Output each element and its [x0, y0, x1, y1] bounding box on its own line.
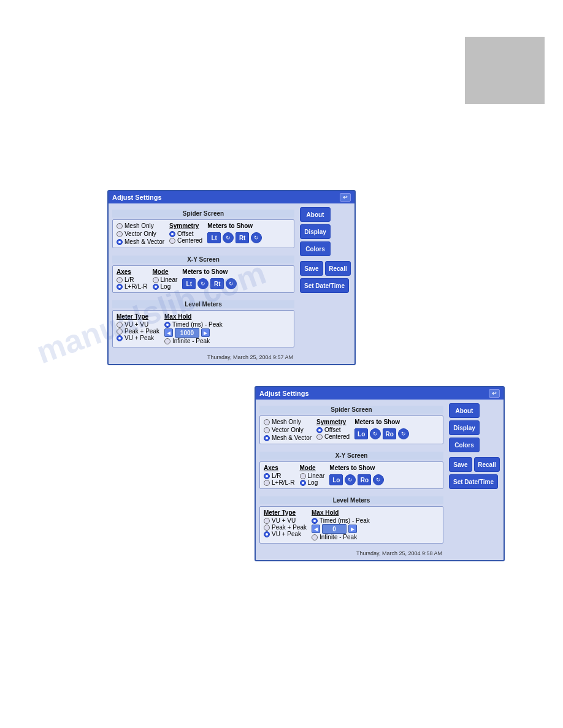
mtype-vuvu-radio1[interactable]	[117, 322, 123, 328]
recall-btn2[interactable]: Recall	[474, 457, 500, 472]
axes-lrlr-radio2[interactable]	[264, 480, 270, 486]
set-date-time-btn1[interactable]: Set Date/Time	[300, 278, 349, 293]
maxhold-infinite-radio2[interactable]	[312, 534, 318, 540]
maxhold-timed-radio1[interactable]	[164, 322, 170, 328]
mode-linear-radio2[interactable]	[300, 473, 306, 479]
colors-btn2[interactable]: Colors	[449, 438, 480, 452]
sym-offset-row1[interactable]: Offset	[169, 230, 202, 237]
save-btn2[interactable]: Save	[449, 457, 472, 472]
xy-meters-label1: Meters to Show	[182, 268, 228, 275]
maxhold-infinite-radio1[interactable]	[164, 338, 170, 344]
mtype-vupeak-radio1[interactable]	[117, 335, 123, 341]
axes-lr-radio2[interactable]	[264, 473, 270, 479]
dialog1-close-btn[interactable]: ↩	[340, 193, 351, 202]
xy-lo-btn2[interactable]: Lo	[329, 474, 343, 485]
maxhold-timed-label1: Timed (ms) - Peak	[172, 321, 223, 328]
symmetry-group1: Symmetry Offset Centered	[169, 222, 202, 244]
xy-lt-refresh1[interactable]: ↻	[197, 278, 209, 289]
recall-btn1[interactable]: Recall	[325, 261, 351, 276]
axes-lrlr-row2[interactable]: L+R/L-R	[264, 479, 295, 486]
spider-lo-refresh2[interactable]: ↻	[370, 428, 381, 439]
axes-lr-row1[interactable]: L/R	[117, 276, 148, 283]
about-btn1[interactable]: About	[300, 207, 331, 222]
mode-linear-row2[interactable]: Linear	[300, 472, 325, 479]
mtype-vuvu-row2[interactable]: VU + VU	[264, 517, 307, 524]
maxhold-down-btn2[interactable]: ◀	[312, 525, 320, 533]
mtype-vuvu-radio2[interactable]	[264, 518, 270, 524]
mtype-peakpeak-radio1[interactable]	[117, 328, 123, 335]
sym-offset-radio2[interactable]	[316, 427, 323, 433]
mode-linear-row1[interactable]: Linear	[153, 276, 178, 283]
mtype-peakpeak-label2: Peak + Peak	[272, 524, 307, 531]
spider-radio-vector1[interactable]	[117, 231, 123, 237]
maxhold-input2[interactable]	[322, 524, 347, 534]
spider-radio-vector2[interactable]	[264, 427, 270, 433]
xy-screen-title2: X-Y Screen	[259, 452, 443, 460]
spider-radio-row-vector1[interactable]: Vector Only	[117, 230, 164, 237]
mode-linear-radio1[interactable]	[153, 277, 159, 283]
spider-rt-refresh1[interactable]: ↻	[251, 232, 262, 243]
maxhold-infinite-row2[interactable]: Infinite - Peak	[312, 534, 370, 540]
spider-radio-meshvector2[interactable]	[264, 435, 270, 441]
mtype-vupeak-row1[interactable]: VU + Peak	[117, 335, 159, 341]
level-meters-title1: Level Meters	[112, 300, 294, 308]
spider-ro-btn2[interactable]: Ro	[383, 428, 396, 439]
axes-lrlr-radio1[interactable]	[117, 284, 123, 290]
maxhold-timed-radio2[interactable]	[312, 518, 318, 524]
mtype-vuvu-row1[interactable]: VU + VU	[117, 321, 159, 328]
xy-rt-btn1[interactable]: Rt	[210, 278, 224, 289]
colors-btn1[interactable]: Colors	[300, 241, 331, 256]
xy-lt-btn1[interactable]: Lt	[182, 278, 196, 289]
spider-radio-row-vector2[interactable]: Vector Only	[264, 427, 312, 433]
set-date-time-btn2[interactable]: Set Date/Time	[449, 474, 498, 489]
spider-ro-refresh2[interactable]: ↻	[398, 428, 409, 439]
xy-lo-refresh2[interactable]: ↻	[345, 474, 356, 485]
mode-log-row1[interactable]: Log	[153, 283, 178, 290]
xy-screen-inner1: Axes L/R L+R/L-R	[117, 268, 290, 290]
xy-rt-refresh1[interactable]: ↻	[226, 278, 237, 289]
spider-radio-row-meshvector2[interactable]: Mesh & Vector	[264, 434, 312, 441]
xy-ro-btn2[interactable]: Ro	[358, 474, 371, 485]
maxhold-timed-row1[interactable]: Timed (ms) - Peak	[164, 321, 223, 328]
mode-log-radio2[interactable]	[300, 480, 306, 486]
spider-radio-mesh2[interactable]	[264, 419, 270, 425]
xy-ro-refresh2[interactable]: ↻	[373, 474, 384, 485]
mtype-peakpeak-row2[interactable]: Peak + Peak	[264, 524, 307, 531]
mode-log-row2[interactable]: Log	[300, 479, 325, 486]
spider-rt-btn1[interactable]: Rt	[236, 232, 249, 243]
maxhold-input1[interactable]	[175, 328, 199, 338]
mtype-peakpeak-row1[interactable]: Peak + Peak	[117, 328, 159, 335]
sym-centered-radio2[interactable]	[316, 434, 323, 440]
display-btn1[interactable]: Display	[300, 224, 331, 239]
spider-radio-mesh1[interactable]	[117, 223, 123, 229]
mtype-peakpeak-radio2[interactable]	[264, 525, 270, 531]
mtype-vupeak-row2[interactable]: VU + Peak	[264, 531, 307, 537]
spider-lo-btn2[interactable]: Lo	[354, 428, 368, 439]
maxhold-infinite-row1[interactable]: Infinite - Peak	[164, 338, 223, 344]
axes-lrlr-row1[interactable]: L+R/L-R	[117, 283, 148, 290]
spider-radio-row-meshvector1[interactable]: Mesh & Vector	[117, 238, 164, 245]
maxhold-down-btn1[interactable]: ◀	[164, 328, 173, 337]
spider-lt-refresh1[interactable]: ↻	[223, 232, 234, 243]
sym-centered-row2[interactable]: Centered	[316, 433, 350, 440]
spider-radio-meshvector1[interactable]	[117, 239, 123, 245]
save-btn1[interactable]: Save	[300, 261, 323, 276]
sym-centered-row1[interactable]: Centered	[169, 237, 202, 244]
spider-radio-row-mesh2[interactable]: Mesh Only	[264, 419, 312, 425]
maxhold-timed-row2[interactable]: Timed (ms) - Peak	[312, 517, 370, 524]
max-hold-group2: Max Hold Timed (ms) - Peak ◀ ▶	[312, 509, 370, 540]
display-btn2[interactable]: Display	[449, 420, 480, 435]
mtype-vupeak-radio2[interactable]	[264, 531, 270, 537]
spider-radio-row-mesh1[interactable]: Mesh Only	[117, 222, 164, 229]
spider-lt-btn1[interactable]: Lt	[207, 232, 221, 243]
axes-lr-radio1[interactable]	[117, 277, 123, 283]
maxhold-up-btn2[interactable]: ▶	[348, 525, 357, 533]
about-btn2[interactable]: About	[449, 403, 480, 418]
sym-centered-radio1[interactable]	[169, 238, 175, 244]
dialog2-close-btn[interactable]: ↩	[489, 389, 500, 398]
sym-offset-row2[interactable]: Offset	[316, 427, 350, 433]
axes-lr-row2[interactable]: L/R	[264, 472, 295, 479]
maxhold-up-btn1[interactable]: ▶	[201, 328, 210, 337]
mode-log-radio1[interactable]	[153, 284, 159, 290]
sym-offset-radio1[interactable]	[169, 231, 175, 237]
